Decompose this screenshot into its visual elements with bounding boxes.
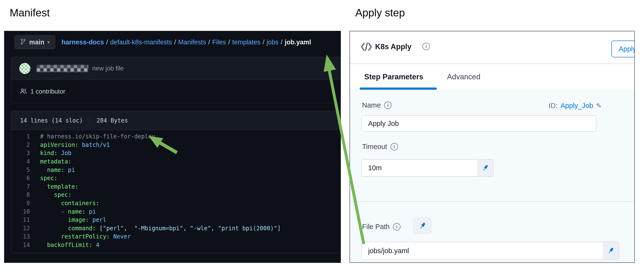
name-field-label: Name i — [362, 101, 392, 109]
people-icon — [20, 87, 27, 96]
tab-step-parameters[interactable]: Step Parameters — [364, 73, 424, 81]
line-content: apiVersion: batch/v1 — [30, 142, 110, 148]
line-number[interactable]: 9 — [11, 200, 30, 207]
line-content: restartPolicy: Never — [30, 233, 131, 240]
breadcrumb-separator: / — [278, 38, 285, 46]
code-line-14: 14 backoffLimit: 4 — [11, 241, 341, 249]
breadcrumb-item-default-k8s-manifests[interactable]: default-k8s-manifests — [110, 38, 172, 46]
timeout-input-wrap — [361, 159, 494, 177]
pin-toggle-button[interactable] — [413, 218, 432, 234]
blob-header: 14 lines (14 sloc) 284 Bytes — [11, 111, 341, 130]
code-viewer[interactable]: 1# harness.io/skip-file-for-deploy2apiVe… — [11, 130, 341, 249]
code-line-8: 8 spec: — [11, 191, 341, 199]
step-title: K8s Apply — [375, 42, 411, 51]
line-number[interactable]: 13 — [11, 233, 30, 240]
breadcrumb-item-harness-docs[interactable]: harness-docs — [62, 38, 104, 46]
line-number[interactable]: 2 — [11, 142, 30, 148]
breadcrumb-separator: / — [104, 38, 110, 46]
line-number[interactable]: 12 — [11, 225, 30, 232]
breadcrumb-item-templates[interactable]: templates — [232, 38, 260, 46]
apply-step-section-title: Apply step — [355, 7, 405, 19]
line-number[interactable]: 5 — [11, 167, 30, 173]
line-content: kind: Job — [30, 150, 72, 157]
info-icon[interactable]: i — [393, 223, 400, 231]
line-content: containers: — [30, 200, 100, 207]
timeout-field-label: Timeout i — [362, 143, 398, 151]
name-input[interactable] — [362, 116, 596, 131]
line-content: image: perl — [30, 217, 106, 223]
line-number[interactable]: 1 — [11, 133, 30, 140]
redacted-username — [37, 65, 88, 72]
contributors-row: 1 contributor — [11, 80, 341, 103]
apply-changes-button[interactable]: Apply — [612, 40, 635, 57]
divider — [350, 201, 634, 202]
active-tab-indicator — [360, 87, 437, 90]
line-number[interactable]: 3 — [11, 150, 30, 157]
line-content: spec: — [30, 192, 72, 198]
github-file-view: main ▾ harness-docs/default-k8s-manifest… — [4, 31, 341, 263]
breadcrumb-separator: / — [206, 38, 212, 46]
code-line-7: 7 template: — [11, 183, 341, 191]
contributors-count[interactable]: 1 contributor — [30, 88, 66, 95]
line-number[interactable]: 8 — [11, 192, 30, 198]
github-topbar: main ▾ harness-docs/default-k8s-manifest… — [14, 35, 311, 50]
file-path-input[interactable] — [362, 242, 603, 260]
name-input-wrap — [361, 115, 596, 132]
file-path-field-label: File Path i — [362, 223, 400, 231]
code-line-11: 11 image: perl — [11, 216, 341, 224]
tab-advanced[interactable]: Advanced — [447, 73, 480, 81]
line-number[interactable]: 6 — [11, 175, 30, 182]
breadcrumb-item-jobs[interactable]: jobs — [266, 38, 278, 46]
line-number[interactable]: 4 — [11, 158, 30, 165]
pin-icon[interactable] — [477, 160, 493, 176]
line-content: # harness.io/skip-file-for-deploy — [30, 133, 155, 140]
code-line-13: 13 restartPolicy: Never — [11, 233, 341, 241]
timeout-input[interactable] — [362, 160, 477, 176]
code-line-6: 6spec: — [11, 174, 341, 183]
git-branch-icon — [20, 38, 26, 46]
code-line-5: 5 name: pi — [11, 166, 341, 174]
info-icon[interactable]: i — [390, 143, 398, 150]
info-icon[interactable]: i — [384, 101, 392, 109]
code-line-12: 12 command: ["perl", "-Mbignum=bpi", "-w… — [11, 224, 341, 233]
latest-commit-row: new job file — [11, 57, 341, 80]
info-icon[interactable]: i — [422, 43, 430, 50]
line-number[interactable]: 10 — [11, 208, 30, 215]
line-content: - name: pi — [30, 208, 96, 215]
file-path-label-text: File Path — [362, 223, 390, 231]
line-number[interactable]: 11 — [11, 217, 30, 223]
breadcrumb-separator: / — [226, 38, 232, 46]
line-content: metadata: — [30, 158, 72, 165]
code-line-3: 3kind: Job — [11, 149, 341, 157]
step-parameters-content: Name i ID: Apply_Job ✎ Timeout i File Pa… — [350, 90, 634, 262]
line-content: template: — [30, 183, 78, 190]
code-line-2: 2apiVersion: batch/v1 — [11, 141, 341, 149]
line-number[interactable]: 14 — [11, 242, 30, 248]
pin-icon[interactable] — [603, 242, 619, 260]
lines-info: 14 lines (14 sloc) — [20, 117, 83, 124]
step-tabs: Step Parameters Advanced — [350, 64, 634, 90]
breadcrumb: harness-docs/default-k8s-manifests/Manif… — [62, 38, 311, 46]
id-value-link[interactable]: Apply_Job — [560, 102, 593, 110]
timeout-label-text: Timeout — [362, 143, 387, 151]
code-line-1: 1# harness.io/skip-file-for-deploy — [11, 132, 341, 141]
commit-message[interactable]: new job file — [92, 65, 124, 72]
k8s-apply-step-panel: K8s Apply i Apply Step Parameters Advanc… — [350, 31, 635, 263]
avatar[interactable] — [19, 63, 30, 74]
breadcrumb-item-job.yaml: job.yaml — [285, 38, 312, 46]
breadcrumb-item-Manifests[interactable]: Manifests — [178, 38, 206, 46]
code-line-4: 4metadata: — [11, 157, 341, 166]
edit-pencil-icon[interactable]: ✎ — [596, 102, 602, 110]
branch-selector-button[interactable]: main ▾ — [14, 35, 55, 49]
file-blob-box: 14 lines (14 sloc) 284 Bytes 1# harness.… — [11, 111, 341, 253]
code-line-9: 9 containers: — [11, 199, 341, 208]
line-content: name: pi — [30, 167, 75, 173]
line-content: spec: — [30, 175, 58, 182]
name-label-text: Name — [362, 101, 381, 109]
id-label: ID: — [549, 102, 558, 110]
step-id-block: ID: Apply_Job ✎ — [549, 102, 602, 110]
branch-name: main — [29, 38, 44, 46]
step-header: K8s Apply i Apply — [350, 31, 634, 63]
breadcrumb-item-Files[interactable]: Files — [212, 38, 226, 46]
line-number[interactable]: 7 — [11, 183, 30, 190]
